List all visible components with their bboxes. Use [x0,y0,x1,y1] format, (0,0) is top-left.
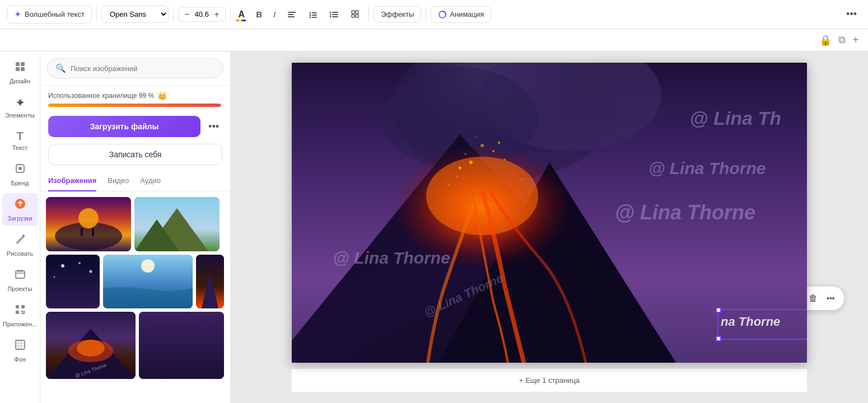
selected-text-element[interactable]: na Thorne [717,309,807,340]
sidebar-item-draw[interactable]: Рисовать [2,228,38,261]
upload-btn-row: Загрузить файлы ••• [40,110,230,140]
svg-point-72 [456,176,458,177]
upload-files-button[interactable]: Загрузить файлы [48,116,200,137]
sidebar-item-background[interactable]: Фон [2,334,38,367]
line-spacing-button[interactable] [326,7,343,22]
svg-point-65 [469,161,473,164]
magic-text-label: Волшебный текст [25,10,85,18]
delete-icon: 🗑 [809,293,818,303]
panel-tabs: Изображения Видео Аудио [40,171,230,191]
list-button[interactable] [305,7,321,22]
search-area: 🔍 [40,51,230,86]
svg-rect-12 [352,11,354,13]
crown-icon: 👑 [157,91,167,100]
image-grid: @ Lina Thorne [40,191,230,403]
text-color-button[interactable]: A [235,7,249,22]
canvas-background: @ Lina Th @ Lina Thorne @ Lina Thorne @ … [292,63,807,363]
bold-button[interactable]: B [253,7,265,21]
divider4 [368,7,369,22]
list-item[interactable] [139,312,224,379]
italic-button[interactable]: I [270,7,279,21]
svg-rect-39 [92,228,94,236]
sidebar-projects-label: Проекты [7,285,32,292]
font-size-control: − 40.6 + [178,7,226,22]
svg-rect-15 [356,15,358,17]
sidebar-apps-label: Приложен... [3,321,37,327]
svg-rect-10 [332,14,338,15]
animation-button[interactable]: Анимация [431,6,491,23]
effects-label: Эффекты [381,10,414,18]
svg-rect-11 [332,16,338,17]
list-item[interactable]: @ Lina Thorne [46,312,136,379]
sidebar: Дизайн ✦ Элементы T Текст Бренд Загрузки [0,51,40,403]
search-box[interactable]: 🔍 [47,58,223,78]
svg-point-49 [141,259,155,273]
canvas-wrapper: ↺ ⧉ 🗑 ••• [292,63,807,363]
bottom-page-strip: + Еще 1 страница [292,368,807,392]
svg-rect-28 [16,305,19,308]
increase-size-button[interactable]: + [213,10,220,19]
svg-point-74 [448,184,450,186]
svg-rect-19 [16,67,20,71]
more-icon: ••• [827,294,835,303]
tab-audio[interactable]: Аудио [140,171,161,191]
list-item[interactable] [134,197,220,251]
elements-icon: ✦ [15,96,25,110]
align-button[interactable] [283,7,300,22]
svg-rect-4 [312,12,317,13]
handle-bottom-left[interactable] [716,336,721,341]
svg-point-7 [310,16,311,18]
svg-point-67 [459,167,461,170]
sidebar-item-design[interactable]: Дизайн [2,56,38,89]
font-select[interactable]: Open Sans [101,6,169,23]
tab-images[interactable]: Изображения [48,171,96,191]
top-toolbar: ✦ Волшебный текст Open Sans − 40.6 + A B… [0,0,868,29]
add-page-icon[interactable]: + [852,34,859,46]
sidebar-item-apps[interactable]: Приложен... [2,299,38,332]
svg-rect-8 [312,17,317,18]
delete-element-button[interactable]: 🗑 [805,291,821,306]
projects-icon [14,268,26,284]
decrease-size-button[interactable]: − [183,10,190,19]
list-item[interactable] [46,197,131,251]
svg-rect-13 [356,11,358,13]
toolbar-more-button[interactable]: ••• [842,6,861,22]
svg-rect-56 [139,312,224,379]
sidebar-item-projects[interactable]: Проекты [2,264,38,297]
search-input[interactable] [71,64,215,73]
upload-more-button[interactable]: ••• [205,119,222,135]
canvas-area[interactable]: ↺ ⧉ 🗑 ••• [231,51,868,403]
uploads-icon [14,198,26,213]
color-bar [236,20,246,21]
sidebar-item-uploads[interactable]: Загрузки [2,193,38,226]
list-item[interactable] [46,255,100,308]
handle-top-left[interactable] [716,307,721,313]
tab-video[interactable]: Видео [108,171,129,191]
sidebar-item-elements[interactable]: ✦ Элементы [2,91,38,123]
more-element-button[interactable]: ••• [823,292,838,305]
sidebar-item-text[interactable]: T Текст [2,125,38,156]
sidebar-draw-label: Рисовать [7,250,34,257]
svg-rect-25 [16,271,25,278]
sidebar-uploads-label: Загрузки [7,215,32,222]
list-item[interactable] [196,255,224,308]
svg-point-45 [78,262,81,264]
sidebar-item-brand[interactable]: Бренд [2,158,38,191]
add-page-button[interactable]: + Еще 1 страница [519,376,580,385]
record-self-button[interactable]: Записать себя [48,144,222,165]
divider3 [230,7,231,22]
svg-point-76 [476,137,477,138]
svg-point-5 [310,14,311,16]
lock-icon[interactable]: 🔒 [819,34,832,46]
list-item[interactable] [103,255,193,308]
grid-button[interactable] [347,7,364,22]
svg-rect-1 [288,14,293,15]
divider1 [96,7,97,22]
sidebar-brand-label: Бренд [11,180,29,186]
svg-rect-9 [332,12,338,13]
secondary-toolbar: 🔒 ⧉ + [0,29,868,51]
effects-button[interactable]: Эффекты [374,6,421,22]
magic-wand-icon: ✦ [14,9,21,20]
magic-text-button[interactable]: ✦ Волшебный текст [7,5,92,24]
layers-icon[interactable]: ⧉ [838,34,846,46]
